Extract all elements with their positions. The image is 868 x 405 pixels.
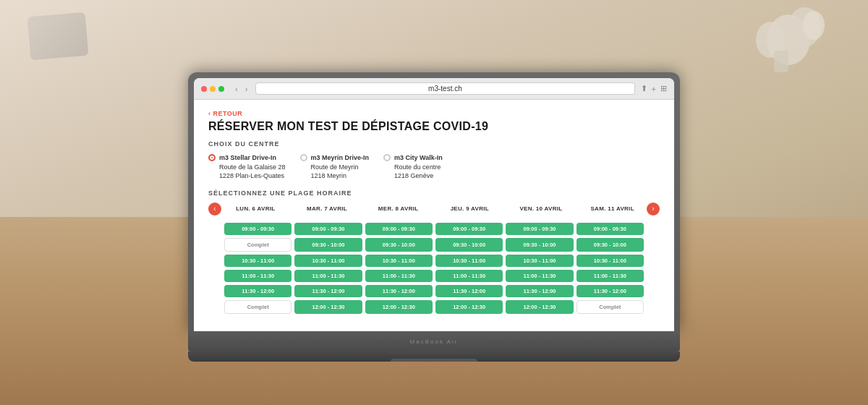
slot-5-5: Complet [576, 300, 644, 314]
slots-header: ‹ LUN. 6 AVRIL MAR. 7 AVRIL MER. 8 AVRIL… [208, 202, 660, 216]
minimize-button[interactable] [210, 86, 216, 92]
slot-1-2[interactable]: 09:30 - 10:00 [365, 238, 433, 252]
slot-2-0[interactable]: 10:30 - 11:00 [224, 255, 292, 267]
slot-5-4[interactable]: 12:00 - 12:30 [506, 300, 573, 314]
slot-1-4[interactable]: 09:30 - 10:00 [506, 238, 573, 252]
slot-1-1[interactable]: 09:30 - 10:00 [294, 238, 362, 252]
slot-0-5[interactable]: 09:00 - 09:30 [576, 223, 644, 235]
slot-4-2[interactable]: 11:30 - 12:00 [365, 285, 433, 297]
laptop-base [188, 351, 680, 362]
slot-1-3[interactable]: 09:30 - 10:00 [435, 238, 503, 252]
centre-walkin-addr2: 1218 Genève [394, 171, 443, 181]
slot-5-1[interactable]: 12:00 - 12:30 [294, 300, 362, 314]
slot-3-2[interactable]: 11:00 - 11:30 [365, 270, 433, 282]
centre-walkin-name: m3 City Walk-In [394, 153, 443, 163]
slots-section: SÉLECTIONNEZ UNE PLAGE HORAIRE ‹ LUN. 6 … [208, 189, 660, 314]
day-header-5: SAM. 11 AVRIL [578, 204, 647, 213]
centre-walkin-info: m3 City Walk-In Route du centre 1218 Gen… [394, 153, 443, 181]
centre-option-walkin[interactable]: m3 City Walk-In Route du centre 1218 Gen… [383, 153, 443, 181]
slot-3-3[interactable]: 11:00 - 11:30 [435, 270, 503, 282]
browser-chrome: ‹ › m3-test.ch ⬆ + ⊞ [194, 78, 674, 100]
centre-meyrin-info: m3 Meyrin Drive-In Route de Meyrin 1218 … [311, 153, 370, 181]
time-section-label: SÉLECTIONNEZ UNE PLAGE HORAIRE [208, 189, 660, 197]
slot-0-3[interactable]: 09:00 - 09:30 [435, 223, 503, 235]
day-header-3: JEU. 9 AVRIL [435, 204, 504, 213]
slot-2-2[interactable]: 10:30 - 11:00 [365, 255, 433, 267]
centre-stellar-addr1: Route de la Galaise 28 [219, 163, 286, 172]
slot-2-3[interactable]: 10:30 - 11:00 [435, 255, 503, 267]
browser-actions: ⬆ + ⊞ [641, 84, 667, 93]
laptop-brand: MacBook Air [410, 338, 459, 345]
slot-4-3[interactable]: 11:30 - 12:00 [435, 285, 503, 297]
slot-3-0[interactable]: 11:00 - 11:30 [224, 270, 292, 282]
radio-stellar[interactable] [208, 154, 216, 161]
slots-with-arrows: 09:00 - 09:30 09:00 - 09:30 09:00 - 09:3… [208, 220, 660, 314]
slot-0-4[interactable]: 09:00 - 09:30 [506, 223, 573, 235]
slot-4-5[interactable]: 11:30 - 12:00 [576, 285, 644, 297]
spacer-left [208, 220, 221, 314]
new-tab-icon[interactable]: + [652, 85, 656, 93]
slot-4-1[interactable]: 11:30 - 12:00 [294, 285, 362, 297]
slot-5-2[interactable]: 12:00 - 12:30 [365, 300, 433, 314]
page-title: RÉSERVER MON TEST DE DÉPISTAGE COVID-19 [208, 120, 660, 133]
slot-0-0[interactable]: 09:00 - 09:30 [224, 223, 292, 235]
slot-5-3[interactable]: 12:00 - 12:30 [435, 300, 503, 314]
next-week-button[interactable]: › [647, 202, 660, 216]
radio-walkin[interactable] [383, 154, 391, 161]
day-header-2: MER. 8 AVRIL [364, 204, 433, 213]
centres-section-label: CHOIX DU CENTRE [208, 140, 660, 148]
centre-meyrin-addr1: Route de Meyrin [311, 163, 370, 172]
prev-week-button[interactable]: ‹ [208, 202, 221, 216]
slot-4-0[interactable]: 11:30 - 12:00 [224, 285, 292, 297]
background-flowers [752, 7, 839, 108]
page-content: ‹ RETOUR RÉSERVER MON TEST DE DÉPISTAGE … [194, 100, 674, 331]
slot-3-4[interactable]: 11:00 - 11:30 [506, 270, 573, 282]
centre-meyrin-addr2: 1218 Meyrin [311, 171, 370, 181]
slot-0-2[interactable]: 09:00 - 09:30 [365, 223, 433, 235]
back-link[interactable]: ‹ RETOUR [208, 110, 660, 117]
slot-3-1[interactable]: 11:00 - 11:30 [294, 270, 362, 282]
centre-option-meyrin[interactable]: m3 Meyrin Drive-In Route de Meyrin 1218 … [300, 153, 370, 181]
back-nav-button[interactable]: ‹ [233, 84, 240, 94]
slot-1-0: Complet [224, 238, 292, 252]
day-header-4: VEN. 10 AVRIL [507, 204, 576, 213]
slot-2-5[interactable]: 10:30 - 11:00 [576, 255, 644, 267]
slot-4-4[interactable]: 11:30 - 12:00 [506, 285, 573, 297]
laptop-screen: ‹ › m3-test.ch ⬆ + ⊞ ‹ RETOUR RÉSERVER M… [188, 72, 680, 331]
slot-0-1[interactable]: 09:00 - 09:30 [294, 223, 362, 235]
sidebar-icon[interactable]: ⊞ [660, 84, 667, 93]
share-icon[interactable]: ⬆ [641, 84, 647, 93]
slot-1-5[interactable]: 09:30 - 10:00 [576, 238, 644, 252]
laptop: ‹ › m3-test.ch ⬆ + ⊞ ‹ RETOUR RÉSERVER M… [188, 72, 680, 362]
day-header-0: LUN. 6 AVRIL [221, 204, 290, 213]
maximize-button[interactable] [218, 86, 224, 92]
days-grid: LUN. 6 AVRIL MAR. 7 AVRIL MER. 8 AVRIL J… [221, 204, 647, 213]
centres-list: m3 Stellar Drive-In Route de la Galaise … [208, 153, 660, 181]
day-header-1: MAR. 7 AVRIL [293, 204, 362, 213]
close-button[interactable] [201, 86, 207, 92]
centre-stellar-info: m3 Stellar Drive-In Route de la Galaise … [219, 153, 286, 181]
slot-5-0: Complet [224, 300, 292, 314]
traffic-lights [201, 86, 224, 92]
browser-window: ‹ › m3-test.ch ⬆ + ⊞ ‹ RETOUR RÉSERVER M… [194, 78, 674, 331]
slot-2-4[interactable]: 10:30 - 11:00 [506, 255, 573, 267]
centre-stellar-addr2: 1228 Plan-Les-Quates [219, 171, 286, 181]
centre-meyrin-name: m3 Meyrin Drive-In [311, 153, 370, 163]
spacer-right [647, 220, 660, 314]
centre-option-stellar[interactable]: m3 Stellar Drive-In Route de la Galaise … [208, 153, 286, 181]
background-tablet [27, 12, 89, 61]
browser-nav: ‹ › [233, 84, 250, 94]
slots-grid: 09:00 - 09:30 09:00 - 09:30 09:00 - 09:3… [224, 223, 644, 314]
address-bar[interactable]: m3-test.ch [255, 82, 634, 95]
forward-nav-button[interactable]: › [243, 84, 250, 94]
slot-2-1[interactable]: 10:30 - 11:00 [294, 255, 362, 267]
centre-stellar-name: m3 Stellar Drive-In [219, 153, 286, 163]
slot-3-5[interactable]: 11:00 - 11:30 [576, 270, 644, 282]
radio-meyrin[interactable] [300, 154, 307, 161]
centre-walkin-addr1: Route du centre [394, 163, 443, 172]
laptop-keyboard: MacBook Air [188, 331, 680, 351]
